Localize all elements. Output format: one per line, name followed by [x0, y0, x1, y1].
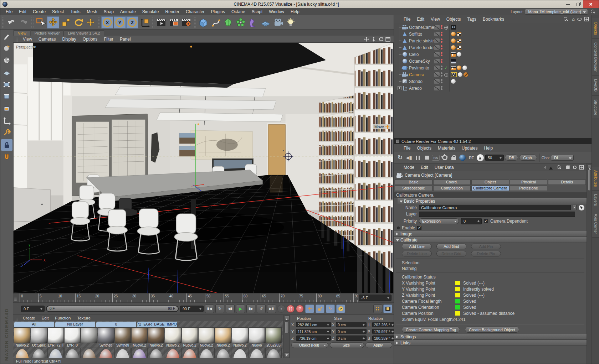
material-thumbnail-partial[interactable] — [131, 348, 148, 358]
search-icon[interactable] — [591, 10, 595, 14]
viewport-menu-item[interactable]: View — [20, 37, 35, 42]
object-row[interactable]: Parete sinistra — [394, 37, 592, 44]
lock-z-axis-button[interactable]: Z — [126, 16, 138, 28]
menu-item[interactable]: Character — [183, 9, 208, 14]
calibrate-button[interactable]: Add Pin — [471, 244, 501, 249]
add-camera-button[interactable] — [272, 16, 284, 28]
timeline-ruler[interactable]: 051015202530354045505560657075808590 -6 … — [13, 293, 394, 302]
material-thumbnail[interactable] — [98, 327, 114, 343]
material-thumbnail-partial[interactable] — [64, 348, 81, 358]
scale-tool-button[interactable] — [60, 16, 72, 28]
record-scale-toggle[interactable] — [316, 305, 324, 313]
attributes-menu-item[interactable]: User Data — [431, 165, 457, 170]
material-thumbnail[interactable] — [131, 327, 148, 343]
attribute-tab[interactable]: Object — [471, 180, 509, 185]
visibility-dots[interactable] — [441, 86, 442, 90]
settings-section-header[interactable]: Settings — [394, 334, 587, 340]
material-thumbnail-partial[interactable] — [232, 348, 248, 358]
material-thumbnail-partial[interactable] — [47, 348, 64, 358]
attributes-scrollbar[interactable] — [587, 163, 592, 364]
size-mode-dropdown[interactable]: Size — [330, 342, 364, 348]
expander[interactable] — [397, 74, 401, 75]
object-manager-menu-item[interactable]: Edit — [414, 17, 428, 22]
object-state-icon[interactable] — [444, 45, 449, 50]
expand-field-icon[interactable] — [573, 205, 577, 210]
rot-p-field[interactable]: 179.997 ° — [372, 329, 395, 334]
visibility-dots[interactable] — [441, 25, 442, 30]
viewport-3d[interactable]: Y X -Z Perspective Move — [13, 43, 394, 293]
menu-item[interactable]: Select — [49, 9, 67, 14]
apply-button[interactable]: Apply — [365, 342, 392, 348]
enable-checkbox[interactable] — [417, 226, 421, 230]
show-fcurves-button[interactable] — [383, 305, 392, 313]
lock-icon[interactable] — [566, 166, 569, 169]
snap-lock-button[interactable] — [1, 139, 12, 151]
drag-grip-icon[interactable] — [395, 146, 399, 151]
material-thumbnail[interactable] — [198, 327, 215, 343]
object-row[interactable]: Arredo — [394, 85, 592, 92]
add-spline-button[interactable] — [210, 16, 222, 28]
search-icon[interactable] — [557, 165, 561, 170]
size-z-field[interactable]: 0 cm — [336, 336, 367, 341]
size-y-field[interactable]: 0 cm — [336, 329, 367, 334]
spinner-icon[interactable] — [40, 307, 43, 311]
octane-environment-tag[interactable] — [451, 59, 456, 63]
object-manager-menu-item[interactable]: Objects — [443, 17, 464, 22]
minimize-button[interactable] — [563, 1, 573, 8]
dock-tab[interactable]: Content Browser — [592, 39, 599, 76]
calibrate-button[interactable]: Add Line — [402, 244, 432, 249]
visibility-dots[interactable] — [441, 59, 442, 63]
calibrate-section-header[interactable]: Calibrate — [394, 237, 587, 243]
camera-dependent-checkbox[interactable] — [484, 219, 488, 223]
compositing-tag[interactable] — [451, 52, 456, 57]
object-state-icon[interactable] — [444, 66, 449, 70]
tweak-mode-button[interactable] — [1, 127, 12, 139]
snap-magnet-button[interactable] — [1, 151, 12, 163]
scroll-down-icon[interactable] — [284, 352, 289, 357]
spinner-icon[interactable] — [499, 156, 502, 160]
viewport-tab[interactable]: Picture Viewer — [31, 30, 64, 36]
point-level-animation-button[interactable] — [373, 305, 382, 313]
lock-x-axis-button[interactable]: X — [101, 16, 113, 28]
menu-item[interactable]: Help — [287, 9, 303, 14]
add-icon[interactable] — [584, 17, 589, 21]
add-array-button[interactable] — [235, 16, 247, 28]
octane-menu-item[interactable]: Updates — [459, 146, 481, 151]
keyframe-help-button[interactable]: ? — [296, 305, 304, 313]
db-button[interactable]: DB — [505, 155, 518, 161]
viewport-menu-item[interactable]: Cameras — [35, 37, 59, 42]
texture-mode-button[interactable] — [1, 54, 12, 66]
calibrate-button[interactable]: Delete Grid — [436, 251, 466, 256]
add-light-button[interactable] — [285, 16, 297, 28]
material-thumbnail-partial[interactable] — [14, 348, 30, 358]
object-name[interactable]: Cielo — [409, 52, 419, 57]
material-thumbnail[interactable] — [47, 327, 64, 343]
scroll-up-icon[interactable] — [587, 165, 591, 169]
octane-menu-item[interactable]: File — [400, 146, 414, 151]
pos-z-field[interactable]: -736.19 cm — [296, 336, 331, 341]
menu-item[interactable]: Snap — [101, 9, 117, 14]
object-row[interactable]: OctaneCamera — [394, 24, 592, 31]
material-layer-tab[interactable]: 72_EGR_BASE_IMPORT — [137, 322, 177, 327]
material-tag[interactable] — [457, 66, 461, 70]
material-tag[interactable] — [457, 52, 461, 57]
live-selection-button[interactable] — [35, 16, 47, 28]
enable-toggle[interactable] — [434, 86, 440, 90]
menu-item[interactable]: Plugins — [208, 9, 228, 14]
object-state-icon[interactable] — [444, 79, 449, 84]
rotate-tool-button[interactable] — [72, 16, 84, 28]
menu-item[interactable]: Script — [249, 9, 266, 14]
goto-start-button[interactable]: ▮◀ — [205, 305, 214, 313]
redo-button[interactable] — [18, 16, 30, 28]
add-icon[interactable] — [579, 165, 584, 170]
material-thumbnail[interactable] — [148, 327, 164, 343]
viewport-menu-item[interactable]: Panel — [117, 37, 134, 42]
material-thumbnail[interactable] — [64, 327, 81, 343]
material-layer-tab[interactable]: No Layer — [55, 322, 95, 327]
object-manager-menu-item[interactable]: View — [428, 17, 443, 22]
object-row[interactable]: Cielo — [394, 51, 592, 58]
play-forward-button[interactable]: ▶ — [236, 305, 245, 313]
material-thumbnail-partial[interactable] — [181, 348, 198, 358]
drag-grip-icon[interactable] — [15, 316, 18, 321]
eye-icon[interactable] — [577, 18, 582, 21]
